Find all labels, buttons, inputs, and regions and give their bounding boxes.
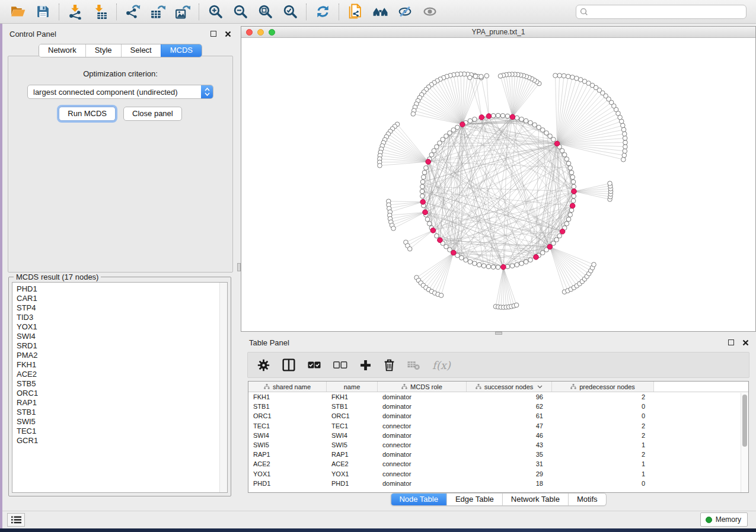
deselect-all-button[interactable] [333, 361, 347, 368]
mcds-result-item[interactable]: ORC1 [17, 389, 227, 398]
tab-node-table[interactable]: Node Table [391, 493, 446, 505]
cell-predecessor-nodes[interactable]: 2 [552, 422, 654, 430]
zoom-fit-button[interactable] [254, 2, 276, 21]
network-node[interactable] [420, 189, 425, 194]
cell-shared-name[interactable]: ACE2 [248, 460, 327, 467]
mcds-result-list[interactable]: PHD1CAR1STP4TID3YOX1SWI4SRD1PMA2FKH1ACE2… [12, 282, 228, 493]
table-scrollbar-thumb[interactable] [742, 395, 747, 447]
tab-network[interactable]: Network [39, 44, 85, 57]
float-panel-icon[interactable] [210, 31, 216, 37]
network-node[interactable] [557, 233, 562, 238]
network-node[interactable] [554, 238, 559, 242]
close-panel-icon[interactable] [225, 31, 231, 37]
network-node[interactable] [420, 180, 425, 184]
mcds-result-item[interactable]: STB5 [17, 379, 227, 389]
cell-shared-name[interactable]: ORC1 [248, 412, 327, 419]
cell-predecessor-nodes[interactable]: 2 [552, 393, 654, 400]
network-node[interactable] [496, 113, 500, 118]
network-node[interactable] [438, 141, 442, 146]
network-node[interactable] [557, 73, 562, 78]
mcds-node[interactable] [547, 244, 553, 249]
mcds-node[interactable] [510, 114, 515, 120]
cell-predecessor-nodes[interactable]: 2 [552, 432, 654, 439]
mcds-node[interactable] [479, 115, 484, 120]
run-mcds-button[interactable]: Run MCDS [59, 107, 116, 121]
network-node[interactable] [570, 175, 575, 180]
column-header-MCDS-role[interactable]: MCDS role [378, 382, 467, 392]
network-node[interactable] [575, 76, 579, 81]
memory-button[interactable]: Memory [700, 512, 748, 527]
column-header-predecessor-nodes[interactable]: predecessor nodes [552, 382, 654, 392]
column-header-shared-name[interactable]: shared name [248, 382, 327, 392]
cell-predecessor-nodes[interactable]: 0 [552, 480, 654, 487]
network-node[interactable] [491, 265, 496, 270]
network-node[interactable] [560, 149, 564, 153]
network-node[interactable] [491, 114, 496, 118]
tab-motifs[interactable]: Motifs [568, 493, 606, 505]
cell-name[interactable]: SWI5 [327, 441, 378, 448]
mcds-result-item[interactable]: SWI5 [17, 417, 227, 427]
network-node[interactable] [455, 125, 460, 130]
cell-predecessor-nodes[interactable]: 1 [552, 470, 654, 477]
trash-button[interactable] [384, 358, 395, 371]
cell-MCDS-role[interactable]: dominator [378, 412, 467, 419]
cell-successor-nodes[interactable]: 35 [467, 451, 552, 458]
network-node[interactable] [510, 264, 515, 268]
cell-successor-nodes[interactable]: 18 [467, 480, 552, 487]
cell-shared-name[interactable]: PHD1 [248, 480, 327, 487]
mcds-result-item[interactable]: PHD1 [17, 284, 227, 294]
network-node[interactable] [566, 74, 570, 79]
table-row[interactable]: SWI4SWI4dominator462 [248, 431, 748, 440]
network-node[interactable] [562, 153, 567, 158]
network-node[interactable] [407, 246, 412, 251]
table-row[interactable]: ACE2ACE2connector311 [248, 459, 748, 469]
cell-predecessor-nodes[interactable]: 0 [552, 412, 654, 419]
task-history-button[interactable] [7, 513, 25, 527]
network-node[interactable] [514, 303, 519, 307]
mcds-result-item[interactable]: FKH1 [17, 360, 227, 370]
import-table-button[interactable] [90, 2, 111, 21]
select-all-button[interactable] [308, 361, 321, 368]
network-node[interactable] [537, 125, 541, 130]
network-node[interactable] [623, 149, 627, 153]
cell-successor-nodes[interactable]: 96 [467, 393, 552, 400]
share-document-button[interactable] [344, 2, 366, 21]
network-node[interactable] [515, 116, 519, 120]
network-node[interactable] [622, 153, 627, 158]
network-node[interactable] [468, 259, 473, 264]
network-node[interactable] [524, 259, 528, 264]
zoom-in-button[interactable] [205, 2, 226, 21]
cell-name[interactable]: PHD1 [327, 480, 378, 487]
export-table-button[interactable] [147, 2, 168, 21]
export-network-button[interactable] [122, 2, 143, 21]
save-button[interactable] [32, 2, 53, 21]
open-folder-button[interactable] [7, 2, 28, 21]
column-header-name[interactable]: name [327, 382, 378, 392]
export-image-button[interactable] [172, 2, 193, 21]
network-node[interactable] [391, 226, 396, 231]
mcds-node[interactable] [426, 159, 431, 165]
cell-successor-nodes[interactable]: 47 [467, 422, 552, 430]
refresh-button[interactable] [312, 2, 333, 21]
close-panel-button[interactable]: Close panel [123, 107, 182, 121]
table-scrollbar[interactable] [741, 393, 748, 492]
cell-name[interactable]: RAP1 [327, 451, 378, 458]
cell-MCDS-role[interactable]: connector [378, 460, 467, 467]
network-node[interactable] [515, 262, 519, 267]
network-window-titlebar[interactable]: YPA_prune.txt_1 [241, 27, 755, 38]
network-node[interactable] [432, 149, 436, 153]
cell-shared-name[interactable]: SWI4 [248, 432, 327, 439]
mcds-result-item[interactable]: SRD1 [17, 341, 227, 351]
network-node[interactable] [572, 194, 576, 198]
network-node[interactable] [540, 251, 545, 255]
network-node[interactable] [553, 73, 558, 78]
network-node[interactable] [378, 164, 382, 168]
mcds-node[interactable] [570, 203, 575, 209]
table-row[interactable]: ORC1ORC1dominator610 [248, 411, 748, 421]
import-network-button[interactable] [65, 2, 86, 21]
mcds-list-scrollbar[interactable] [219, 283, 227, 492]
mcds-node[interactable] [423, 210, 428, 215]
network-node[interactable] [435, 233, 439, 238]
network-node[interactable] [422, 175, 426, 180]
network-node[interactable] [496, 265, 500, 270]
